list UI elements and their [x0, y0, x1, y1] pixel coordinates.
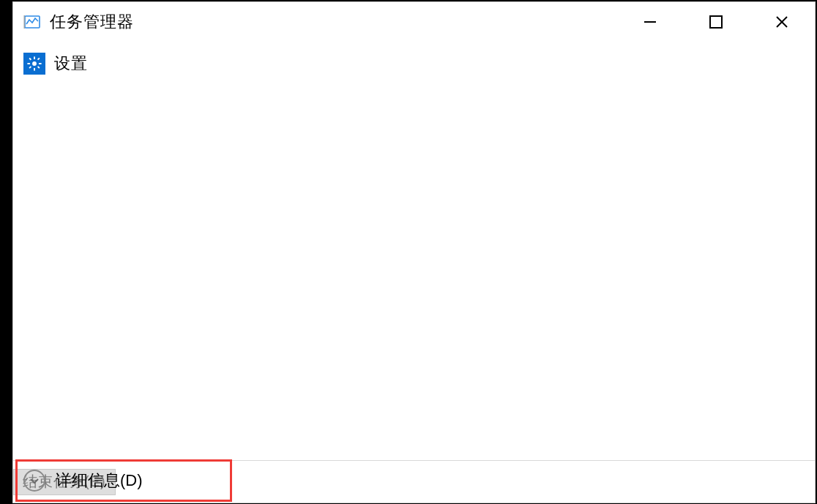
empty-space [13, 78, 815, 460]
process-list-area: 设置 [13, 42, 815, 460]
minimize-button[interactable] [617, 2, 683, 42]
svg-rect-14 [29, 66, 31, 69]
details-button[interactable]: 详细信息(D) [15, 459, 232, 502]
svg-rect-7 [34, 56, 35, 59]
process-row[interactable]: 设置 [13, 49, 815, 78]
svg-rect-10 [39, 63, 42, 64]
window-controls [617, 2, 815, 42]
details-label: 详细信息(D) [56, 470, 143, 492]
title-left: 任务管理器 [13, 11, 134, 33]
svg-point-6 [32, 61, 37, 66]
task-manager-icon [23, 13, 41, 31]
svg-rect-3 [710, 16, 722, 28]
svg-rect-1 [24, 15, 26, 29]
svg-rect-13 [37, 58, 40, 61]
titlebar: 任务管理器 [13, 2, 815, 42]
svg-rect-12 [37, 66, 40, 69]
process-name: 设置 [54, 53, 88, 75]
task-manager-window: 任务管理器 [12, 1, 816, 503]
gear-icon [23, 53, 45, 75]
maximize-button[interactable] [683, 2, 749, 42]
svg-rect-9 [27, 63, 30, 64]
app-title: 任务管理器 [50, 11, 134, 33]
footer: 详细信息(D) 结束任务(E) [13, 460, 815, 503]
close-button[interactable] [749, 2, 815, 42]
svg-rect-8 [34, 68, 35, 71]
chevron-down-icon [23, 470, 45, 492]
svg-rect-11 [29, 58, 31, 61]
